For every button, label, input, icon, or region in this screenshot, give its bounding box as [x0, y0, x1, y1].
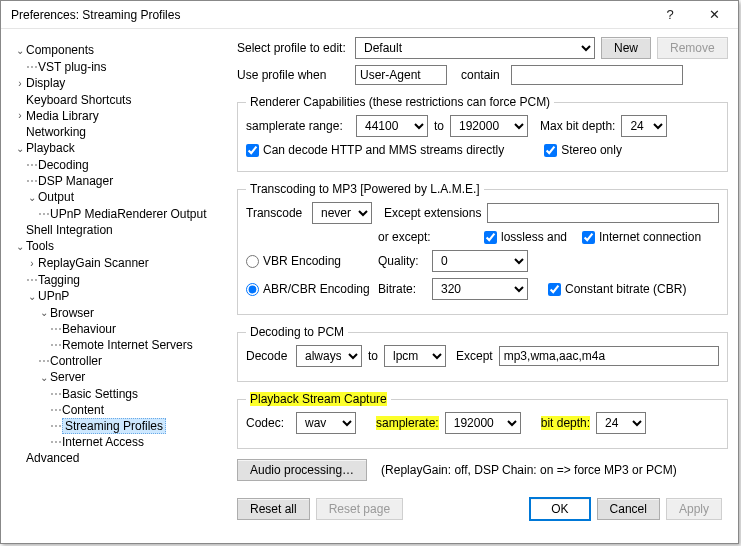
tree-kbs[interactable]: Keyboard Shortcuts [26, 93, 131, 107]
to-label: to [434, 119, 444, 133]
cancel-button[interactable]: Cancel [597, 498, 660, 520]
tree-medialib[interactable]: Media Library [26, 109, 99, 123]
remove-button: Remove [657, 37, 728, 59]
sr-range-label: samplerate range: [246, 119, 350, 133]
tree-playback[interactable]: Playback [26, 141, 75, 155]
titlebar: Preferences: Streaming Profiles ? ✕ [1, 1, 738, 29]
can-decode-check[interactable]: Can decode HTTP and MMS streams directly [246, 143, 504, 157]
decode-label: Decode [246, 349, 290, 363]
except-ext-input[interactable] [487, 203, 719, 223]
tree-streaming-profiles[interactable]: Streaming Profiles [62, 418, 166, 434]
chevron-down-icon[interactable]: ⌄ [38, 370, 50, 386]
mp3-group: Transcoding to MP3 [Powered by L.A.M.E.]… [237, 182, 728, 315]
tree-output[interactable]: Output [38, 190, 74, 204]
vbr-radio[interactable]: VBR Encoding [246, 254, 372, 268]
bitrate-select[interactable]: 320 [432, 278, 528, 300]
tree-decoding[interactable]: Decoding [38, 158, 89, 172]
pcm-legend: Decoding to PCM [246, 325, 348, 339]
renderer-group: Renderer Capabilities (these restriction… [237, 95, 728, 172]
tree-basic[interactable]: Basic Settings [62, 387, 138, 401]
tree-tagging[interactable]: Tagging [38, 273, 80, 287]
codec-label: Codec: [246, 416, 290, 430]
tree-upnp-out[interactable]: UPnP MediaRenderer Output [50, 207, 207, 221]
apply-button: Apply [666, 498, 722, 520]
cap-sr-label: samplerate: [376, 416, 439, 430]
close-button[interactable]: ✕ [692, 1, 736, 29]
mp3-legend: Transcoding to MP3 [Powered by L.A.M.E.] [246, 182, 484, 196]
chevron-right-icon[interactable]: › [14, 76, 26, 92]
quality-select[interactable]: 0 [432, 250, 528, 272]
pcm-except-input[interactable] [499, 346, 719, 366]
contain-input[interactable] [511, 65, 683, 85]
decode-select[interactable]: always [296, 345, 362, 367]
bitrate-label: Bitrate: [378, 282, 426, 296]
tree-controller[interactable]: Controller [50, 354, 102, 368]
select-profile-label: Select profile to edit: [237, 41, 349, 55]
sr-to[interactable]: 192000 [450, 115, 528, 137]
tree-advanced[interactable]: Advanced [26, 451, 79, 465]
cbr-check[interactable]: Constant bitrate (CBR) [548, 282, 686, 296]
tree-upnp[interactable]: UPnP [38, 289, 69, 303]
chevron-down-icon[interactable]: ⌄ [38, 305, 50, 321]
tree-display[interactable]: Display [26, 76, 65, 90]
tree-internet[interactable]: Internet Access [62, 435, 144, 449]
profile-select[interactable]: Default [355, 37, 595, 59]
except-ext-label: Except extensions [384, 206, 481, 220]
tree-tools[interactable]: Tools [26, 239, 54, 253]
chevron-right-icon[interactable]: › [14, 108, 26, 124]
tree-browser[interactable]: Browser [50, 306, 94, 320]
chevron-down-icon[interactable]: ⌄ [14, 239, 26, 255]
internet-check[interactable]: Internet connection [582, 230, 701, 244]
chevron-down-icon[interactable]: ⌄ [14, 43, 26, 59]
pcm-fmt-select[interactable]: lpcm [384, 345, 446, 367]
contain-label: contain [453, 68, 505, 82]
maxbit-label: Max bit depth: [540, 119, 615, 133]
tree-shellint[interactable]: Shell Integration [26, 223, 113, 237]
capture-group: Playback Stream Capture Codec: wav sampl… [237, 392, 728, 449]
window-title: Preferences: Streaming Profiles [11, 8, 648, 22]
tree-vst[interactable]: VST plug-ins [38, 60, 106, 74]
new-button[interactable]: New [601, 37, 651, 59]
tree-behaviour[interactable]: Behaviour [62, 322, 116, 336]
stereo-only-check[interactable]: Stereo only [544, 143, 622, 157]
transcode-label: Transcode [246, 206, 306, 220]
sr-from[interactable]: 44100 [356, 115, 428, 137]
help-button[interactable]: ? [648, 1, 692, 29]
tree-server[interactable]: Server [50, 370, 85, 384]
nav-tree[interactable]: ⌄Components ⋯VST plug-ins ›Display Keybo… [9, 37, 227, 535]
capture-legend: Playback Stream Capture [246, 392, 391, 406]
chevron-down-icon[interactable]: ⌄ [26, 289, 38, 305]
ok-button[interactable]: OK [529, 497, 590, 521]
tree-components[interactable]: Components [26, 43, 94, 57]
audio-processing-info: (ReplayGain: off, DSP Chain: on => force… [381, 463, 677, 477]
use-profile-field[interactable] [355, 65, 447, 85]
lossless-check[interactable]: lossless and [484, 230, 576, 244]
cap-sr-select[interactable]: 192000 [445, 412, 521, 434]
chevron-down-icon[interactable]: ⌄ [14, 141, 26, 157]
or-except-label: or except: [378, 230, 478, 244]
reset-page-button: Reset page [316, 498, 403, 520]
pcm-except-label: Except [456, 349, 493, 363]
audio-processing-button[interactable]: Audio processing… [237, 459, 367, 481]
footer: Reset all Reset page OK Cancel Apply [237, 487, 728, 527]
pcm-to-label: to [368, 349, 378, 363]
renderer-legend: Renderer Capabilities (these restriction… [246, 95, 554, 109]
pcm-group: Decoding to PCM Decode always to lpcm Ex… [237, 325, 728, 382]
tree-networking[interactable]: Networking [26, 125, 86, 139]
chevron-down-icon[interactable]: ⌄ [26, 190, 38, 206]
use-profile-label: Use profile when [237, 68, 349, 82]
tree-rgscan[interactable]: ReplayGain Scanner [38, 256, 149, 270]
codec-select[interactable]: wav [296, 412, 356, 434]
cap-bd-label: bit depth: [541, 416, 590, 430]
tree-dsp[interactable]: DSP Manager [38, 174, 113, 188]
cap-bd-select[interactable]: 24 [596, 412, 646, 434]
tree-content[interactable]: Content [62, 403, 104, 417]
quality-label: Quality: [378, 254, 426, 268]
abr-radio[interactable]: ABR/CBR Encoding [246, 282, 372, 296]
transcode-select[interactable]: never [312, 202, 372, 224]
reset-all-button[interactable]: Reset all [237, 498, 310, 520]
chevron-right-icon[interactable]: › [26, 256, 38, 272]
tree-remote-servers[interactable]: Remote Internet Servers [62, 338, 193, 352]
maxbit-select[interactable]: 24 [621, 115, 667, 137]
